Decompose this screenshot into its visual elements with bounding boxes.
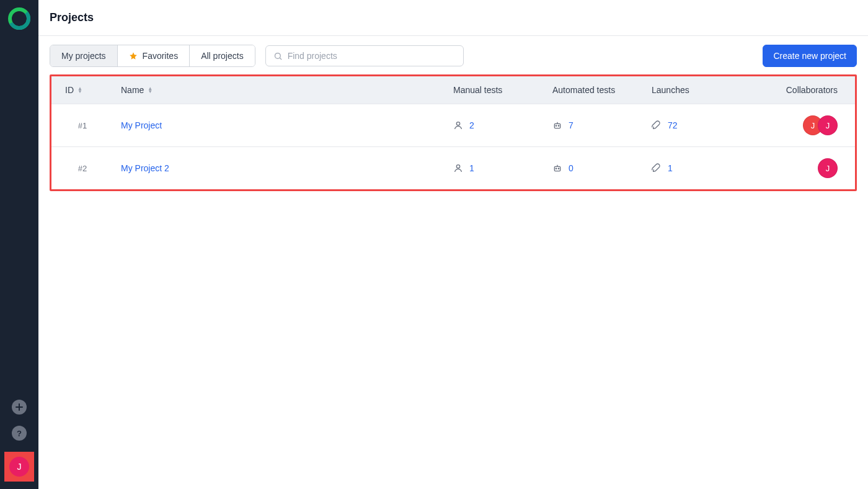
- cell-collaborators: JJ: [756, 104, 855, 147]
- cell-name: My Project 2: [113, 147, 446, 190]
- launch-count: 1: [668, 163, 673, 173]
- tab-label: All projects: [201, 51, 243, 61]
- search-box[interactable]: [265, 45, 464, 66]
- col-header-manual: Manual tests: [446, 76, 545, 104]
- person-icon: [453, 120, 463, 130]
- col-header-launches: Launches: [644, 76, 756, 104]
- tab-label: My projects: [61, 51, 106, 61]
- star-icon: [129, 52, 138, 60]
- add-button[interactable]: [12, 400, 27, 415]
- auto-count: 7: [569, 120, 574, 130]
- tab-my-projects[interactable]: My projects: [50, 45, 118, 66]
- svg-point-4: [456, 122, 459, 125]
- table-row[interactable]: #2 My Project 2 1 0 1 J: [51, 147, 855, 190]
- cell-auto: 7: [545, 104, 644, 147]
- svg-point-11: [558, 168, 559, 169]
- avatar-stack: J: [818, 158, 838, 178]
- col-header-name[interactable]: Name ▲▼: [113, 76, 446, 104]
- col-header-collaborators: Collaborators: [756, 76, 855, 104]
- manual-count: 2: [469, 120, 474, 130]
- svg-point-6: [556, 125, 556, 126]
- page-header: Projects: [38, 0, 868, 36]
- robot-icon: [552, 163, 562, 173]
- col-label: Manual tests: [453, 85, 502, 95]
- col-label: Collaborators: [786, 85, 838, 95]
- sort-icon: ▲▼: [148, 87, 153, 93]
- cell-collaborators: J: [756, 147, 855, 190]
- cell-id: #2: [51, 147, 113, 190]
- search-input[interactable]: [288, 51, 456, 61]
- cell-manual: 2: [446, 104, 545, 147]
- rocket-icon: [652, 120, 662, 130]
- auto-count: 0: [569, 163, 574, 173]
- cell-auto: 0: [545, 147, 644, 190]
- person-icon: [453, 163, 463, 173]
- help-button[interactable]: ?: [12, 426, 27, 441]
- sort-icon: ▲▼: [78, 87, 82, 93]
- cell-launches: 1: [644, 147, 756, 190]
- svg-point-8: [456, 165, 459, 168]
- tab-all-projects[interactable]: All projects: [190, 45, 254, 66]
- main-content: Projects My projects Favorites All proje…: [38, 0, 868, 489]
- collaborator-avatar[interactable]: J: [818, 158, 838, 178]
- app-logo[interactable]: [8, 7, 30, 30]
- cell-manual: 1: [446, 147, 545, 190]
- project-filter-tabs: My projects Favorites All projects: [50, 45, 255, 67]
- svg-point-2: [275, 53, 280, 58]
- robot-icon: [552, 120, 562, 130]
- col-label: Name: [121, 85, 144, 95]
- toolbar: My projects Favorites All projects Creat…: [38, 36, 868, 74]
- col-header-id[interactable]: ID ▲▼: [51, 76, 113, 104]
- search-icon: [273, 52, 283, 61]
- projects-table: ID ▲▼ Name ▲▼: [51, 76, 855, 189]
- sidebar: ? J: [0, 0, 38, 489]
- create-project-label: Create new project: [773, 51, 846, 61]
- project-link[interactable]: My Project: [121, 120, 162, 130]
- page-title: Projects: [50, 11, 857, 24]
- cell-name: My Project: [113, 104, 446, 147]
- svg-point-7: [558, 125, 559, 126]
- cell-launches: 72: [644, 104, 756, 147]
- user-avatar-highlight: J: [4, 452, 34, 482]
- svg-line-3: [280, 58, 281, 60]
- tab-favorites[interactable]: Favorites: [118, 45, 190, 66]
- svg-point-10: [556, 168, 556, 169]
- col-label: Launches: [652, 85, 689, 95]
- user-avatar[interactable]: J: [9, 457, 29, 477]
- avatar-stack: JJ: [803, 115, 838, 135]
- collaborator-avatar[interactable]: J: [818, 115, 838, 135]
- col-label: ID: [65, 85, 74, 95]
- projects-table-highlight: ID ▲▼ Name ▲▼: [50, 74, 857, 191]
- manual-count: 1: [469, 163, 474, 173]
- user-avatar-initial: J: [17, 462, 22, 472]
- launch-count: 72: [668, 120, 678, 130]
- tab-label: Favorites: [143, 51, 179, 61]
- rocket-icon: [652, 163, 662, 173]
- project-link[interactable]: My Project 2: [121, 163, 169, 173]
- create-project-button[interactable]: Create new project: [763, 45, 857, 67]
- table-row[interactable]: #1 My Project 2 7 72 JJ: [51, 104, 855, 147]
- cell-id: #1: [51, 104, 113, 147]
- col-header-auto: Automated tests: [545, 76, 644, 104]
- col-label: Automated tests: [552, 85, 615, 95]
